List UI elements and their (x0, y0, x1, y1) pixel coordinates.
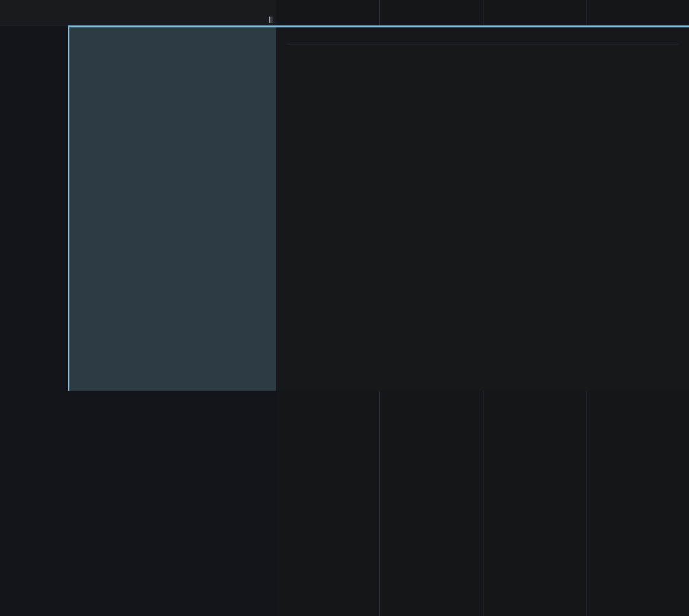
span-detail-indent (0, 25, 276, 391)
span-detail-header (287, 34, 678, 36)
timeline-axis (276, 0, 689, 25)
trace-header (0, 0, 689, 25)
service-operation-header (0, 0, 276, 25)
span-detail-row-highlight[interactable] (68, 25, 276, 391)
trace-viewer (0, 0, 689, 616)
divider (287, 44, 678, 45)
span-detail-strip (0, 25, 689, 391)
span-detail-panel (276, 25, 689, 391)
column-resize-handle[interactable] (269, 17, 272, 23)
